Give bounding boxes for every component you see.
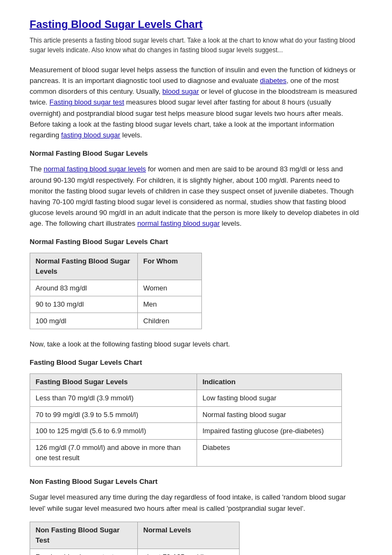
table-cell: Women (138, 280, 202, 296)
fasting-blood-sugar-test-link[interactable]: Fasting blood sugar test (50, 98, 124, 106)
section2-heading: Fasting Blood Sugar Levels Chart (30, 357, 362, 368)
table-cell: 90 to 130 mg/dl (30, 296, 138, 313)
table-cell: Around 83 mg/dl (30, 280, 138, 296)
section3-paragraph: Sugar level measured any time during the… (30, 492, 362, 514)
normal-fasting-blood-sugar-link[interactable]: normal fasting blood sugar (137, 219, 220, 227)
diabetes-link[interactable]: diabetes (260, 77, 286, 85)
table-row: Less than 70 mg/dl (3.9 mmol/l)Low fasti… (30, 390, 342, 407)
table-cell: about 70-125 mg/dl (138, 549, 240, 555)
table-row: Around 83 mg/dlWomen (30, 280, 202, 296)
table-row: 90 to 130 mg/dlMen (30, 296, 202, 313)
normal-fasting-levels-link[interactable]: normal fasting blood sugar levels (44, 165, 146, 173)
fasting-blood-sugar-link[interactable]: fasting blood sugar (61, 131, 121, 139)
table-row: 70 to 99 mg/dl (3.9 to 5.5 mmol/l)Normal… (30, 406, 342, 423)
table-row: Random blood sugar testabout 70-125 mg/d… (30, 549, 240, 555)
page-subtitle: This article presents a fasting blood su… (30, 36, 362, 55)
section1-chart-heading: Normal Fasting Blood Sugar Levels Chart (30, 237, 362, 247)
fasting-levels-table: Fasting Blood Sugar Levels Indication Le… (30, 373, 342, 467)
table-row: 126 mg/dl (7.0 mmol/l) and above in more… (30, 439, 342, 466)
table-row: 100 to 125 mg/dl (5.6 to 6.9 mmol/l)Impa… (30, 423, 342, 440)
table2-header-2: Indication (197, 373, 342, 390)
table-cell: Men (138, 296, 202, 313)
table-cell: Children (138, 313, 202, 329)
table1-header-2: For Whom (138, 253, 202, 280)
table-cell: 100 to 125 mg/dl (5.6 to 6.9 mmol/l) (30, 423, 197, 440)
section1-paragraph: The normal fasting blood sugar levels fo… (30, 164, 362, 229)
table3-header-1: Non Fasting Blood Sugar Test (30, 522, 138, 549)
non-fasting-table: Non Fasting Blood Sugar Test Normal Leve… (30, 522, 240, 555)
normal-fasting-table: Normal Fasting Blood Sugar Levels For Wh… (30, 253, 202, 330)
table-cell: Impaired fasting glucose (pre-diabetes) (197, 423, 342, 440)
table-cell: 126 mg/dl (7.0 mmol/l) and above in more… (30, 439, 197, 466)
table-row: 100 mg/dlChildren (30, 313, 202, 329)
table-cell: 100 mg/dl (30, 313, 138, 329)
table3-header-2: Normal Levels (138, 522, 240, 549)
table-cell: Diabetes (197, 439, 342, 466)
intro-paragraph: Measurement of blood sugar level helps a… (30, 65, 362, 141)
table-cell: Less than 70 mg/dl (3.9 mmol/l) (30, 390, 197, 407)
blood-sugar-link[interactable]: blood sugar (163, 87, 199, 95)
table-cell: Low fasting blood sugar (197, 390, 342, 407)
section1-heading: Normal Fasting Blood Sugar Levels (30, 148, 362, 159)
transition-text: Now, take a look at the following fastin… (30, 339, 362, 350)
table2-header-1: Fasting Blood Sugar Levels (30, 373, 197, 390)
table-cell: Random blood sugar test (30, 549, 138, 555)
table-cell: 70 to 99 mg/dl (3.9 to 5.5 mmol/l) (30, 406, 197, 423)
table1-header-1: Normal Fasting Blood Sugar Levels (30, 253, 138, 280)
section3-heading: Non Fasting Blood Sugar Levels Chart (30, 476, 362, 487)
page-title: Fasting Blood Sugar Levels Chart (30, 16, 362, 32)
table-cell: Normal fasting blood sugar (197, 406, 342, 423)
